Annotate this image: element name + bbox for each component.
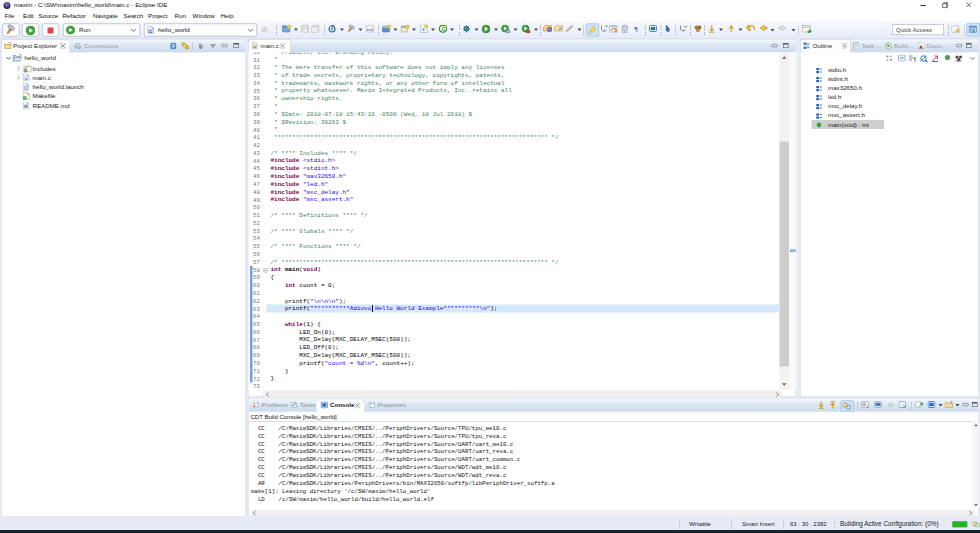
svg-text:z: z (915, 59, 917, 63)
svg-text:C: C (972, 28, 975, 33)
svg-text:¶: ¶ (634, 25, 638, 33)
svg-text:c: c (149, 29, 152, 34)
svg-text:c: c (254, 45, 256, 49)
svg-text:010: 010 (367, 28, 373, 32)
